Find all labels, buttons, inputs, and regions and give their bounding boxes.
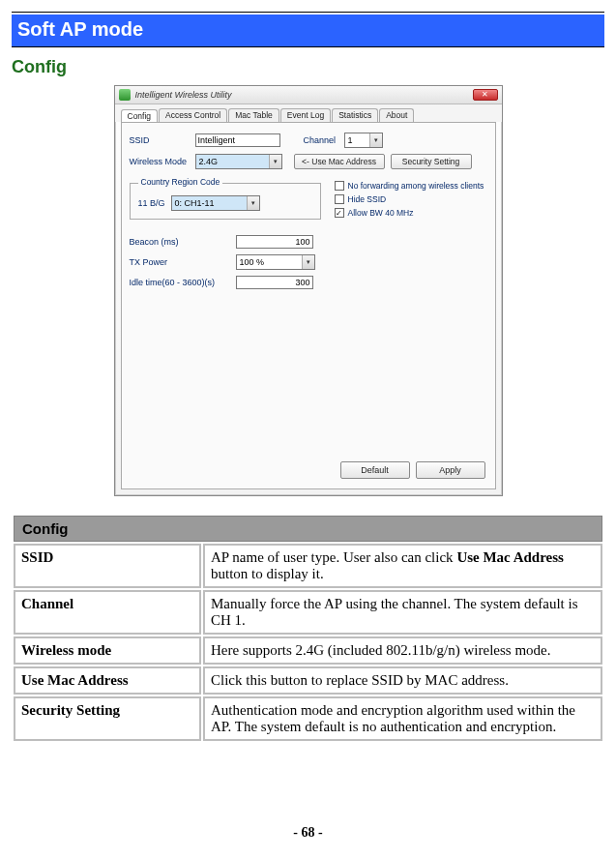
tab-body: SSID Intelligent Channel 1 ▾ Wireless Mo… xyxy=(121,122,496,489)
chevron-down-icon: ▾ xyxy=(269,155,281,168)
channel-select[interactable]: 1 ▾ xyxy=(344,133,383,148)
security-setting-button[interactable]: Security Setting xyxy=(391,154,472,169)
default-button[interactable]: Default xyxy=(340,461,410,479)
window-title: Intelligent Wireless Utility xyxy=(135,90,473,100)
checkbox-checked-icon: ✓ xyxy=(335,208,344,218)
text-bold: Use Mac Address xyxy=(456,549,564,565)
row-key-wireless-mode: Wireless mode xyxy=(14,636,201,665)
row-desc-security: Authentication mode and encryption algor… xyxy=(203,696,602,741)
table-row: Wireless mode Here supports 2.4G (includ… xyxy=(14,636,602,665)
tab-event-log[interactable]: Event Log xyxy=(280,108,331,122)
row-desc-use-mac: Click this button to replace SSID by MAC… xyxy=(203,666,602,695)
tab-mac-table[interactable]: Mac Table xyxy=(228,108,279,122)
idle-time-input[interactable]: 300 xyxy=(236,276,313,289)
idle-time-label: Idle time(60 - 3600)(s) xyxy=(130,278,236,287)
screenshot-container: Intelligent Wireless Utility ✕ Config Ac… xyxy=(12,85,604,496)
checkbox-icon xyxy=(335,181,344,191)
tab-config[interactable]: Config xyxy=(121,109,159,123)
row-desc-channel: Manually force the AP using the channel.… xyxy=(203,590,602,635)
allow-bw40-checkbox[interactable]: ✓ Allow BW 40 MHz xyxy=(335,208,484,218)
chevron-down-icon: ▾ xyxy=(302,255,314,269)
row-desc-wireless-mode: Here supports 2.4G (included 802.11b/g/n… xyxy=(203,636,602,665)
tab-about[interactable]: About xyxy=(379,108,414,122)
country-region-select[interactable]: 0: CH1-11 ▾ xyxy=(171,195,260,211)
beacon-input[interactable]: 100 xyxy=(236,235,313,249)
wireless-mode-label: Wireless Mode xyxy=(130,157,195,166)
no-forwarding-checkbox[interactable]: No forwarding among wireless clients xyxy=(335,181,484,191)
text-fragment: button to display it. xyxy=(211,566,324,581)
hide-ssid-label: Hide SSID xyxy=(348,194,387,204)
txpower-value: 100 % xyxy=(237,255,302,269)
row-key-channel: Channel xyxy=(14,590,201,635)
use-mac-address-button[interactable]: <- Use Mac Address xyxy=(294,154,385,169)
app-window: Intelligent Wireless Utility ✕ Config Ac… xyxy=(114,85,503,496)
wireless-mode-select[interactable]: 2.4G ▾ xyxy=(195,154,282,169)
chevron-down-icon: ▾ xyxy=(369,133,382,147)
checkbox-icon xyxy=(335,194,344,204)
tab-strip: Config Access Control Mac Table Event Lo… xyxy=(115,104,502,122)
table-row: SSID AP name of user type. User also can… xyxy=(14,544,602,588)
country-region-legend: Country Region Code xyxy=(138,177,223,187)
country-11bg-label: 11 B/G xyxy=(138,198,171,208)
close-icon[interactable]: ✕ xyxy=(473,89,498,101)
country-region-value: 0: CH1-11 xyxy=(172,196,247,210)
row-key-use-mac: Use Mac Address xyxy=(14,666,201,695)
row-key-ssid: SSID xyxy=(14,544,201,588)
config-table-header-cell: Config xyxy=(14,516,602,542)
table-row: Channel Manually force the AP using the … xyxy=(14,590,602,635)
channel-value: 1 xyxy=(345,133,369,147)
text-fragment: AP name of user type. User also can clic… xyxy=(211,549,456,565)
ssid-input[interactable]: Intelligent xyxy=(195,133,280,147)
no-forwarding-label: No forwarding among wireless clients xyxy=(348,181,484,191)
table-row: Security Setting Authentication mode and… xyxy=(14,696,602,741)
tab-access-control[interactable]: Access Control xyxy=(159,108,227,122)
section-title: Soft AP mode xyxy=(12,15,604,47)
ssid-label: SSID xyxy=(130,135,195,145)
apply-button[interactable]: Apply xyxy=(416,461,485,479)
app-icon xyxy=(119,89,131,101)
page-number: - 68 - xyxy=(0,825,616,841)
table-row: Use Mac Address Click this button to rep… xyxy=(14,666,602,695)
txpower-select[interactable]: 100 % ▾ xyxy=(236,254,315,270)
hide-ssid-checkbox[interactable]: Hide SSID xyxy=(335,194,484,204)
tab-statistics[interactable]: Statistics xyxy=(332,108,378,122)
txpower-label: TX Power xyxy=(130,257,236,267)
wireless-mode-value: 2.4G xyxy=(196,155,269,168)
config-table-header: Config xyxy=(14,516,602,542)
row-desc-ssid: AP name of user type. User also can clic… xyxy=(203,544,602,588)
beacon-label: Beacon (ms) xyxy=(130,237,236,247)
country-region-group: Country Region Code 11 B/G 0: CH1-11 ▾ xyxy=(130,183,321,220)
channel-label: Channel xyxy=(304,135,344,145)
subheading-config: Config xyxy=(12,57,604,77)
row-key-security: Security Setting xyxy=(14,696,201,741)
config-table: Config SSID AP name of user type. User a… xyxy=(12,514,604,743)
chevron-down-icon: ▾ xyxy=(247,196,259,210)
window-titlebar: Intelligent Wireless Utility ✕ xyxy=(115,86,502,104)
allow-bw40-label: Allow BW 40 MHz xyxy=(348,208,414,218)
